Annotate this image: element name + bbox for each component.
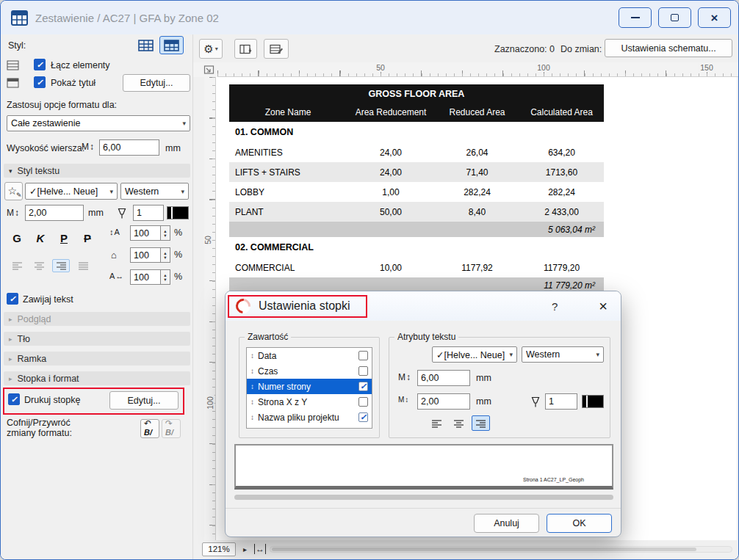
font-size-input[interactable] — [25, 205, 84, 221]
align-left-icon — [12, 261, 23, 270]
tracking-stepper[interactable]: ▴▾ — [161, 269, 170, 285]
list-item-data[interactable]: ↕ Data ✓ — [247, 348, 372, 363]
edit-scheme-button[interactable] — [264, 39, 289, 59]
row-height-input[interactable] — [99, 139, 159, 156]
wrap-text-checkbox[interactable]: ✓ — [7, 293, 18, 305]
align-right-button[interactable] — [52, 259, 70, 272]
table-row[interactable]: LIFTS + STAIRS 24,00 71,40 1713,60 — [229, 162, 604, 182]
field-options-button[interactable] — [234, 39, 257, 59]
drag-handle-icon[interactable]: ↕ — [250, 367, 254, 375]
maximize-button[interactable] — [658, 7, 691, 28]
group-header[interactable]: 01. COMMON — [229, 122, 604, 142]
zoom-menu-button[interactable]: ▸ — [239, 542, 250, 556]
show-title-checkbox[interactable]: ✓ — [34, 76, 46, 88]
caps-height-stepper[interactable]: ▴▾ — [161, 247, 170, 263]
dialog-row-height-input[interactable] — [417, 370, 470, 386]
pen-color-swatch[interactable] — [167, 206, 189, 219]
horizontal-scrollbar[interactable] — [270, 546, 732, 553]
table-header-row[interactable]: Zone Name Area Reducement Reduced Area C… — [229, 103, 604, 122]
minimize-button[interactable] — [619, 7, 652, 28]
group-header[interactable]: 02. COMMERCIAL — [229, 237, 604, 258]
line-spacing-stepper[interactable]: ▴▾ — [161, 225, 170, 241]
dialog-pen-color-swatch[interactable] — [582, 395, 604, 408]
list-item-strona-x-z-y[interactable]: ↕ Strona X z Y ✓ — [247, 394, 372, 410]
preview-scrollbar[interactable] — [234, 495, 613, 500]
undo-format-button[interactable]: ↶ B/ — [140, 419, 159, 438]
drag-handle-icon[interactable]: ↕ — [250, 382, 254, 390]
align-justify-button[interactable] — [74, 259, 92, 272]
merge-elements-checkbox[interactable]: ✓ — [34, 59, 46, 70]
section-preview[interactable]: ▸ Podgląd — [4, 312, 190, 326]
list-item-nazwa-pliku[interactable]: ↕ Nazwa pliku projektu ✓ — [247, 410, 372, 425]
group-total-row[interactable]: 5 063,04 m² — [229, 222, 604, 237]
redo-format-button[interactable]: ↷ B/ — [162, 419, 181, 438]
list-item-czas[interactable]: ↕ Czas ✓ — [247, 363, 372, 379]
item-checkbox[interactable]: ✓ — [358, 382, 368, 391]
cancel-button[interactable]: Anuluj — [474, 514, 539, 533]
scrollbar-thumb[interactable] — [272, 548, 696, 551]
style-grid-button-2[interactable] — [159, 36, 184, 54]
list-item-numer-strony[interactable]: ↕ Numer strony ✓ — [247, 379, 372, 394]
item-checkbox[interactable]: ✓ — [358, 366, 368, 376]
help-button[interactable]: ? — [552, 300, 558, 313]
wrap-text-label: Zawijaj tekst — [23, 294, 73, 305]
dialog-align-center-button[interactable] — [450, 415, 468, 431]
style-grid-button-1[interactable] — [134, 36, 158, 54]
cell-reducement: 24,00 — [347, 148, 435, 158]
cell-reducement: 50,00 — [347, 207, 435, 217]
zoom-level[interactable]: 121% — [202, 542, 236, 556]
dialog-pen-number-input[interactable] — [545, 393, 577, 410]
table-style-icon — [138, 40, 154, 51]
favorites-button[interactable]: ☆ ✎ — [4, 182, 23, 200]
section-footer-format[interactable]: ▸ Stopka i format — [4, 371, 190, 385]
font-dropdown[interactable]: ✓[Helve... Neue] ▾ — [25, 183, 118, 200]
drag-handle-icon[interactable]: ↕ — [250, 398, 254, 406]
italic-button[interactable]: K — [30, 228, 51, 247]
dialog-font-size-input[interactable] — [417, 393, 470, 410]
drag-handle-icon[interactable]: ↕ — [250, 413, 254, 421]
strikethrough-button[interactable]: P — [77, 228, 98, 247]
triangle-down-icon: ▾ — [9, 167, 12, 175]
print-footer-checkbox[interactable]: ✓ — [8, 393, 20, 405]
script-dropdown[interactable]: Western ▾ — [120, 183, 189, 200]
bold-button[interactable]: G — [7, 228, 27, 247]
table-row[interactable]: AMENITIES 24,00 26,04 634,20 — [229, 142, 604, 162]
close-button[interactable]: × — [698, 7, 731, 28]
format-scope-dropdown[interactable]: Całe zestawienie ▾ — [7, 115, 190, 131]
dialog-align-right-button[interactable] — [472, 415, 490, 431]
item-checkbox[interactable]: ✓ — [358, 397, 368, 407]
ruler-origin-button[interactable] — [202, 63, 216, 76]
table-row[interactable]: PLANT 50,00 8,40 2 433,00 — [229, 202, 604, 222]
dialog-font-dropdown[interactable]: ✓[Helve... Neue] ▾ — [432, 346, 517, 363]
item-checkbox[interactable]: ✓ — [358, 351, 368, 360]
edit-footer-button[interactable]: Edytuj... — [109, 391, 179, 410]
close-icon: × — [711, 12, 718, 24]
underline-button[interactable]: P — [54, 228, 74, 247]
caps-height-input[interactable] — [130, 247, 161, 263]
line-spacing-input[interactable] — [130, 225, 161, 241]
tracking-input[interactable] — [130, 269, 161, 285]
ok-button[interactable]: OK — [547, 514, 612, 533]
drag-handle-icon[interactable]: ↕ — [250, 352, 254, 360]
section-background[interactable]: ▸ Tło — [4, 332, 190, 346]
dialog-close-icon[interactable]: × — [599, 299, 608, 313]
scheme-settings-button[interactable]: Ustawienia schematu... — [605, 39, 732, 57]
dialog-script-dropdown[interactable]: Western ▾ — [522, 346, 604, 363]
table-row[interactable]: COMMERCIAL 10,00 1177,92 11779,20 — [229, 258, 604, 277]
edit-title-button[interactable]: Edytuj... — [123, 74, 190, 92]
section-text-style[interactable]: ▾ Styl tekstu — [4, 164, 190, 178]
pen-number-input[interactable] — [133, 205, 164, 221]
redo-icon: ↷ — [165, 418, 173, 429]
align-left-button[interactable] — [8, 259, 26, 272]
item-checkbox[interactable]: ✓ — [358, 412, 368, 422]
fit-width-button[interactable]: ↔ — [254, 544, 266, 554]
caps-height-icon: ⌂ — [111, 250, 117, 260]
tracking-unit: % — [174, 272, 182, 282]
table-title: GROSS FLOOR AREA — [229, 84, 604, 103]
align-center-button[interactable] — [30, 259, 48, 272]
settings-gear-button[interactable]: ⚙ ▾ — [199, 39, 223, 59]
section-frame[interactable]: ▸ Ramka — [4, 352, 190, 366]
table-row[interactable]: LOBBY 1,00 282,24 282,24 — [229, 182, 604, 202]
dialog-align-left-button[interactable] — [428, 415, 446, 431]
dialog-title-bar: Ustawienia stopki ? × — [226, 291, 621, 321]
